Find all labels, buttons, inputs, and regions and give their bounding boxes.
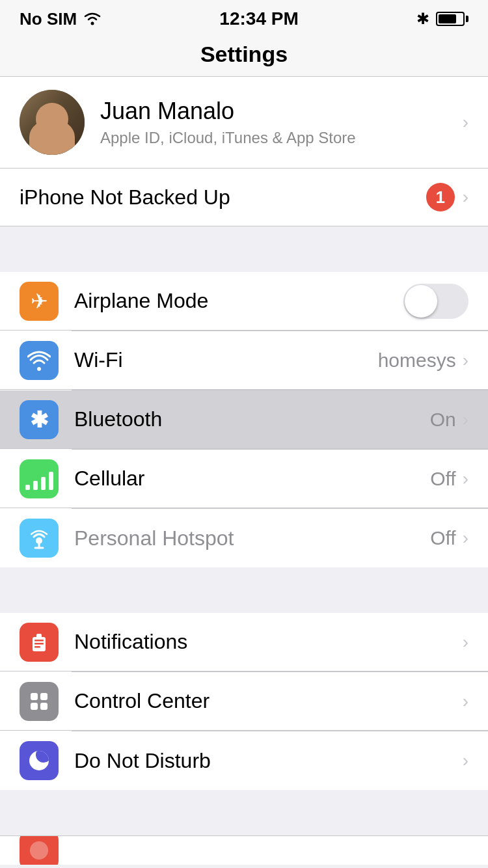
svg-point-13	[30, 841, 48, 860]
profile-info: Juan Manalo Apple ID, iCloud, iTunes & A…	[100, 98, 447, 147]
status-time: 12:34 PM	[219, 8, 298, 29]
hotspot-chevron: ›	[463, 528, 468, 549]
settings-group-2: Notifications › Control Center › Do Not …	[0, 613, 488, 790]
svg-rect-12	[40, 703, 47, 710]
section-spacer-3	[0, 790, 488, 835]
wifi-label: Wi-Fi	[74, 348, 378, 372]
wifi-chevron: ›	[463, 350, 468, 371]
profile-subtitle: Apple ID, iCloud, iTunes & App Store	[100, 129, 447, 147]
partial-icon-wrapper	[20, 835, 59, 865]
cellular-label: Cellular	[74, 467, 430, 491]
backup-left: iPhone Not Backed Up	[20, 185, 230, 210]
wifi-icon-wrapper	[20, 341, 59, 380]
carrier-text: No SIM	[20, 9, 77, 29]
partial-row[interactable]	[0, 835, 488, 865]
cellular-value: Off	[430, 468, 455, 490]
notifications-icon	[27, 631, 51, 654]
profile-chevron: ›	[463, 112, 468, 133]
backup-text: iPhone Not Backed Up	[20, 185, 230, 210]
airplane-label: Airplane Mode	[74, 289, 403, 313]
backup-chevron: ›	[463, 187, 468, 208]
notifications-icon-wrapper	[20, 623, 59, 662]
settings-row-bluetooth[interactable]: ✱ Bluetooth On ›	[0, 390, 488, 449]
nav-header: Settings	[0, 35, 488, 77]
wifi-status-icon	[83, 12, 102, 26]
partial-icon	[27, 839, 51, 862]
backup-badge: 1	[426, 183, 455, 211]
settings-row-control-center[interactable]: Control Center ›	[0, 672, 488, 731]
profile-name: Juan Manalo	[100, 98, 447, 125]
hotspot-icon	[27, 526, 51, 550]
settings-row-do-not-disturb[interactable]: Do Not Disturb ›	[0, 731, 488, 790]
svg-rect-5	[36, 634, 42, 639]
do-not-disturb-chevron: ›	[463, 750, 468, 771]
svg-rect-11	[31, 703, 38, 710]
bluetooth-value: On	[430, 409, 456, 431]
svg-point-0	[91, 22, 94, 25]
settings-row-airplane[interactable]: ✈ Airplane Mode	[0, 272, 488, 331]
do-not-disturb-icon-wrapper	[20, 741, 59, 780]
svg-rect-10	[40, 693, 47, 700]
settings-row-wifi[interactable]: Wi-Fi homesys ›	[0, 331, 488, 390]
settings-group-1: ✈ Airplane Mode Wi-Fi homesys › ✱ Blueto…	[0, 272, 488, 567]
settings-row-notifications[interactable]: Notifications ›	[0, 613, 488, 671]
settings-row-hotspot[interactable]: Personal Hotspot Off ›	[0, 509, 488, 567]
control-center-chevron: ›	[463, 691, 468, 712]
notifications-label: Notifications	[74, 630, 463, 654]
bluetooth-status-icon: ✱	[416, 10, 429, 28]
hotspot-value: Off	[430, 527, 455, 549]
svg-rect-7	[34, 643, 44, 645]
backup-row[interactable]: iPhone Not Backed Up 1 ›	[0, 169, 488, 226]
cellular-icon-wrapper	[20, 459, 59, 498]
bluetooth-icon-wrapper: ✱	[20, 400, 59, 439]
control-center-icon	[27, 690, 51, 713]
do-not-disturb-label: Do Not Disturb	[74, 749, 463, 773]
airplane-icon-wrapper: ✈	[20, 282, 59, 321]
settings-row-cellular[interactable]: Cellular Off ›	[0, 450, 488, 508]
hotspot-label: Personal Hotspot	[74, 526, 430, 550]
status-left: No SIM	[20, 9, 102, 29]
profile-section[interactable]: Juan Manalo Apple ID, iCloud, iTunes & A…	[0, 77, 488, 169]
profile-row[interactable]: Juan Manalo Apple ID, iCloud, iTunes & A…	[0, 77, 488, 168]
notifications-chevron: ›	[463, 632, 468, 653]
section-spacer-2	[0, 567, 488, 613]
avatar	[20, 90, 85, 155]
backup-section[interactable]: iPhone Not Backed Up 1 ›	[0, 169, 488, 226]
airplane-toggle[interactable]	[403, 284, 468, 319]
bluetooth-icon: ✱	[30, 407, 48, 433]
bluetooth-chevron: ›	[463, 409, 468, 430]
page-title: Settings	[200, 42, 288, 66]
section-spacer-1	[0, 226, 488, 272]
svg-rect-8	[34, 646, 40, 648]
battery-indicator	[436, 12, 468, 26]
airplane-toggle-knob	[405, 285, 437, 318]
do-not-disturb-icon	[29, 751, 49, 770]
backup-right: 1 ›	[426, 183, 468, 211]
wifi-icon	[27, 349, 51, 372]
wifi-value: homesys	[378, 349, 456, 372]
control-center-icon-wrapper	[20, 682, 59, 721]
svg-rect-6	[34, 640, 44, 642]
control-center-label: Control Center	[74, 689, 463, 713]
bluetooth-label: Bluetooth	[74, 407, 430, 431]
cellular-chevron: ›	[463, 468, 468, 489]
airplane-icon: ✈	[31, 289, 48, 314]
cellular-icon	[25, 468, 53, 490]
status-bar: No SIM 12:34 PM ✱	[0, 0, 488, 35]
status-right: ✱	[416, 10, 468, 28]
svg-rect-9	[31, 693, 38, 700]
hotspot-icon-wrapper	[20, 519, 59, 558]
